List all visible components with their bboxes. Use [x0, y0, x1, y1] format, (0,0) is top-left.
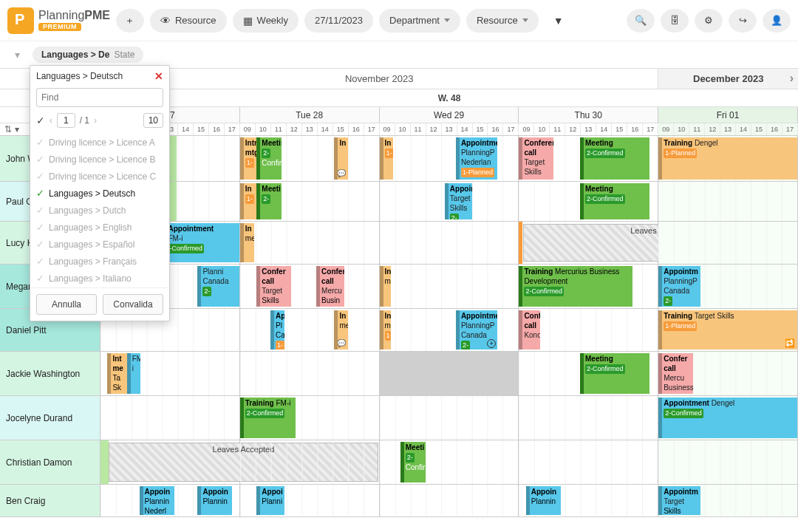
top-toolbar: PlanningPME PREMIUM ＋ 👁Resource ▦Weekly …: [0, 0, 798, 41]
week-label: W. 48: [100, 89, 798, 106]
department-select[interactable]: Department: [379, 9, 460, 33]
prev-page-icon[interactable]: ‹: [50, 115, 52, 126]
day-thu: Thu 30: [519, 107, 658, 123]
chevron-down-icon: [444, 18, 450, 22]
check-icon: ✓: [36, 171, 44, 182]
hour-cell: 13: [720, 123, 736, 135]
settings-button[interactable]: ⚙: [695, 9, 723, 33]
filter-option[interactable]: ✓Languages > Français: [30, 253, 169, 270]
hour-cell: 11: [411, 123, 426, 135]
hour-cell: 12: [426, 123, 442, 135]
add-button[interactable]: ＋: [116, 9, 144, 33]
resource-view-label: Resource: [175, 15, 216, 26]
hour-cell: 09: [658, 123, 674, 135]
hour-cell: 16: [349, 123, 364, 135]
hour-cell: 15: [473, 123, 488, 135]
hour-cell: 16: [767, 123, 782, 135]
filter-option[interactable]: ✓Driving licence > Licence B: [30, 151, 169, 168]
filter-col-icon[interactable]: ▾: [15, 124, 19, 134]
hour-cell: 15: [751, 123, 767, 135]
hour-cell: 11: [271, 123, 287, 135]
filter-popover: Languages > Deutsch ✕ ✓ ‹ 1 / 1 › 10 ✓Dr…: [30, 65, 170, 321]
hour-cell: 15: [194, 123, 209, 135]
date-button[interactable]: 27/11/2023: [304, 9, 373, 33]
logo-text-b: PME: [84, 9, 110, 21]
resource-name[interactable]: Jocelyne Durand: [0, 396, 100, 440]
hour-cell: 15: [612, 123, 627, 135]
logo-icon: [7, 7, 34, 34]
hour-cell: 10: [395, 123, 411, 135]
resource-select-label: Resource: [477, 15, 518, 26]
hour-cell: 10: [534, 123, 550, 135]
filter-option[interactable]: ✓Languages > Español: [30, 236, 169, 253]
filter-option[interactable]: ✓Driving licence > Licence A: [30, 134, 169, 151]
filter-option[interactable]: ✓Languages > Dutch: [30, 202, 169, 219]
hour-cell: 11: [689, 123, 705, 135]
close-icon[interactable]: ✕: [154, 70, 163, 82]
hours-tue: 091011121314151617: [240, 123, 380, 135]
day-wed: Wed 29: [380, 107, 519, 123]
filter-option[interactable]: ✓Languages > Italiano: [30, 270, 169, 287]
check-icon: ✓: [36, 205, 44, 216]
search-button[interactable]: 🔍: [627, 9, 655, 33]
hour-cell: 09: [519, 123, 534, 135]
hour-cell: 13: [442, 123, 457, 135]
hour-cell: 11: [550, 123, 565, 135]
hour-cell: 13: [302, 123, 318, 135]
hours-fri: 091011121314151617: [658, 123, 798, 135]
month-label-dec: December 2023 ›: [658, 69, 798, 89]
filter-chip-state: State: [114, 50, 134, 60]
resource-select[interactable]: Resource: [466, 9, 539, 33]
hour-cell: 14: [178, 123, 194, 135]
resource-view-button[interactable]: 👁Resource: [150, 9, 227, 33]
result-count: 10: [143, 113, 163, 128]
next-page-icon[interactable]: ›: [94, 115, 97, 126]
hour-cell: 17: [643, 123, 658, 135]
filter-option[interactable]: ✓Driving licence > Licence C: [30, 168, 169, 185]
resource-name[interactable]: Ben Craig: [0, 485, 100, 516]
active-filter-chip[interactable]: Languages > De State: [33, 47, 143, 63]
funnel-icon[interactable]: ▾: [7, 45, 27, 64]
filter-option[interactable]: ✓Languages > English: [30, 219, 169, 236]
comment-icon: 💬: [337, 168, 346, 178]
check-all-icon[interactable]: ✓: [36, 115, 45, 126]
gear-icon: ⚙: [704, 15, 713, 26]
resource-row: Christian Damon Leaves Accepted Meeti2-C…: [0, 440, 798, 485]
sort-icon[interactable]: ⇅: [4, 124, 12, 134]
share-button[interactable]: ↪: [729, 9, 757, 33]
next-month-button[interactable]: ›: [790, 72, 794, 85]
premium-badge: PREMIUM: [38, 23, 81, 31]
period-button[interactable]: ▦Weekly: [233, 9, 299, 33]
page-total: / 1: [80, 115, 89, 126]
plus-circle-icon[interactable]: +: [487, 339, 496, 348]
user-button[interactable]: 👤: [763, 9, 791, 33]
filter-button[interactable]: ▼: [545, 9, 573, 33]
hour-cell: 17: [782, 123, 798, 135]
filter-option-list: ✓Driving licence > Licence A✓Driving lic…: [30, 132, 169, 287]
hour-cell: 16: [209, 123, 225, 135]
chevron-down-icon: [522, 18, 528, 22]
hour-cell: 15: [333, 123, 349, 135]
cancel-button[interactable]: Annulla: [36, 294, 97, 315]
resource-name[interactable]: Jackie Washington: [0, 352, 100, 395]
hour-cell: 12: [705, 123, 720, 135]
filter-search-input[interactable]: [36, 88, 163, 107]
filter-option[interactable]: ✓Languages > Deutsch: [30, 185, 169, 202]
month-label-nov: November 2023: [100, 69, 658, 89]
period-label: Weekly: [257, 15, 288, 26]
app-logo: PlanningPME PREMIUM: [7, 7, 110, 34]
repeat-icon: 🔁: [785, 338, 795, 348]
search-icon: 🔍: [635, 15, 647, 26]
hour-cell: 14: [596, 123, 612, 135]
resource-name[interactable]: Christian Damon: [0, 440, 100, 484]
hour-cell: 17: [225, 123, 240, 135]
resource-row: Ben Craig AppoinPlanninNederl AppoinPlan…: [0, 485, 798, 517]
data-button[interactable]: 🗄: [661, 9, 689, 33]
hour-cell: 13: [581, 123, 596, 135]
calendar-icon: ▦: [243, 15, 253, 27]
hour-cell: 14: [457, 123, 473, 135]
confirm-button[interactable]: Convalida: [103, 294, 163, 315]
date-label: 27/11/2023: [315, 15, 363, 26]
share-icon: ↪: [739, 15, 747, 26]
logo-text-a: Planning: [38, 9, 84, 21]
